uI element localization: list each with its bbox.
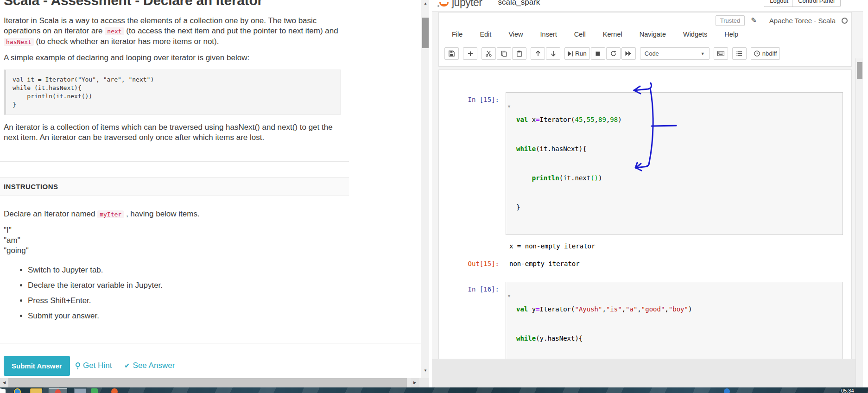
menu-navigate[interactable]: Navigate xyxy=(640,31,666,38)
iterator-note-paragraph: An iterator is a collection of items whi… xyxy=(4,122,349,143)
cell-type-dropdown[interactable]: Code▼ xyxy=(640,47,710,60)
move-cell-down-button[interactable] xyxy=(546,47,560,60)
jupyter-header: jupyter scala_spark Logout Control Panel xyxy=(432,0,863,12)
item-line: "I" xyxy=(4,225,349,235)
menu-bar: File Edit View Insert Cell Kernel Naviga… xyxy=(439,27,851,41)
kernel-name: Apache Toree - Scala xyxy=(769,17,836,25)
code-input[interactable]: ▼ val x=Iterator(45,55,89,98) while(it.h… xyxy=(506,92,843,235)
scroll-up-arrow[interactable]: ▲ xyxy=(421,0,430,7)
nbdiff-button[interactable]: nbdiff xyxy=(751,47,780,60)
menu-edit[interactable]: Edit xyxy=(480,31,491,38)
code-cell-16[interactable]: In [16]: ▼ val y=Iterator("Ayush","is","… xyxy=(439,282,851,359)
add-cell-button[interactable] xyxy=(463,47,477,60)
scroll-left-arrow[interactable]: ◀ xyxy=(0,378,8,387)
scrollbar-thumb[interactable] xyxy=(422,18,429,48)
inline-code-myiter: myIter xyxy=(97,210,124,218)
step-forward-icon xyxy=(568,51,573,57)
scroll-down-arrow[interactable]: ▼ xyxy=(421,367,430,374)
toolbar: Run Code▼ nbdiff xyxy=(439,41,851,60)
run-cell-button[interactable]: Run xyxy=(564,47,590,60)
run-label: Run xyxy=(575,50,587,57)
see-answer-link[interactable]: ✔See Answer xyxy=(124,361,175,370)
menu-kernel[interactable]: Kernel xyxy=(603,31,622,38)
output-result: non-empty iterator xyxy=(506,256,580,267)
copy-cell-button[interactable] xyxy=(497,47,511,60)
step-item: Declare the iterator variable in Jupyter… xyxy=(28,280,352,290)
refresh-icon xyxy=(610,51,616,57)
inline-code-hasnext: hasNext xyxy=(4,38,34,46)
stop-icon xyxy=(596,51,600,56)
toc-button[interactable] xyxy=(732,47,747,60)
submit-answer-button[interactable]: Submit Answer xyxy=(4,356,70,376)
logout-button[interactable]: Logout xyxy=(764,0,794,7)
code-line: println(it.next()) xyxy=(516,173,622,183)
stdout-text: x = non-empty iterator xyxy=(509,241,851,251)
cut-cell-button[interactable] xyxy=(482,47,496,60)
get-hint-link[interactable]: Get Hint xyxy=(76,361,112,370)
menu-view[interactable]: View xyxy=(508,31,523,38)
step-item: Press Shift+Enter. xyxy=(28,296,352,305)
floppy-icon xyxy=(449,51,455,57)
notebook-area: In [15]: ▼ val x=Iterator(45,55,89,98) w… xyxy=(438,70,852,359)
menubar-container: Trusted ✎ Apache Toree - Scala File Edit… xyxy=(438,12,852,67)
copy-icon xyxy=(501,51,507,57)
fast-forward-icon xyxy=(625,51,632,56)
scroll-right-arrow[interactable]: ▶ xyxy=(411,378,419,387)
menu-insert[interactable]: Insert xyxy=(540,31,557,38)
tray-app-icon[interactable] xyxy=(724,388,730,393)
code-input[interactable]: ▼ val y=Iterator("Ayush","is","a","good"… xyxy=(506,282,843,359)
cell-type-value: Code xyxy=(645,50,659,57)
file-explorer-icon[interactable] xyxy=(30,388,42,393)
notebook-scrollbar-thumb[interactable] xyxy=(857,62,862,79)
arrow-up-icon xyxy=(535,51,541,57)
edit-pencil-icon[interactable]: ✎ xyxy=(751,16,757,25)
arrow-down-icon xyxy=(551,51,556,57)
notebook-scrollbar[interactable] xyxy=(855,58,863,387)
example-lead-paragraph: A simple example of declaring and loopin… xyxy=(4,53,349,63)
restart-kernel-button[interactable] xyxy=(606,47,621,60)
menu-file[interactable]: File xyxy=(452,31,463,38)
orange-app-icon[interactable] xyxy=(111,388,118,393)
keyboard-icon xyxy=(717,51,724,56)
green-app-icon[interactable] xyxy=(91,388,98,393)
interrupt-kernel-button[interactable] xyxy=(591,47,605,60)
jupyter-logo-icon[interactable] xyxy=(438,0,450,7)
internet-explorer-icon[interactable] xyxy=(14,388,21,393)
intro-text: (to check whether an iterator has more i… xyxy=(34,37,219,46)
fold-arrow-icon[interactable]: ▼ xyxy=(507,104,511,109)
control-panel-button[interactable]: Control Panel xyxy=(792,0,841,7)
intro-text: (to access the next item and put the poi… xyxy=(124,26,338,35)
input-prompt: In [16]: xyxy=(439,282,506,359)
move-cell-up-button[interactable] xyxy=(531,47,545,60)
active-app-button[interactable] xyxy=(49,388,67,393)
start-button[interactable] xyxy=(0,388,6,393)
intro-paragraph: Iterator in Scala is a way to access the… xyxy=(4,16,349,47)
lightbulb-icon xyxy=(76,362,80,367)
save-button[interactable] xyxy=(444,47,459,60)
taskbar-clock: 05:34 xyxy=(841,388,854,393)
hscrollbar-thumb[interactable] xyxy=(8,378,407,387)
lesson-horizontal-scrollbar[interactable]: ◀ ▶ xyxy=(0,378,429,387)
step-item: Submit your answer. xyxy=(28,311,352,321)
code-line: val y=Iterator("Ayush","is","a","good","… xyxy=(516,304,692,314)
menu-help[interactable]: Help xyxy=(724,31,738,38)
code-line: val x=Iterator(45,55,89,98) xyxy=(516,115,622,125)
command-palette-button[interactable] xyxy=(714,47,728,60)
paste-cell-button[interactable] xyxy=(512,47,526,60)
media-app-icon[interactable] xyxy=(74,388,86,393)
chevron-down-icon: ▼ xyxy=(701,51,705,56)
fold-arrow-icon[interactable]: ▼ xyxy=(507,294,511,298)
page-title: Scala - Assessment - Declare an Iterator xyxy=(4,0,349,8)
code-cell-15[interactable]: In [15]: ▼ val x=Iterator(45,55,89,98) w… xyxy=(439,92,851,267)
kernel-status-icon xyxy=(842,18,848,24)
windows-taskbar: 05:34 xyxy=(0,387,868,393)
lesson-panel: Scala - Assessment - Declare an Iterator… xyxy=(0,0,421,378)
item-line: "going" xyxy=(4,246,349,256)
restart-run-all-button[interactable] xyxy=(621,47,636,60)
menu-cell[interactable]: Cell xyxy=(574,31,586,38)
menu-widgets[interactable]: Widgets xyxy=(683,31,707,38)
cell-gutter: ▼ xyxy=(506,93,513,235)
notebook-title[interactable]: scala_spark xyxy=(498,0,540,7)
code-line: while(y.hasNext){ xyxy=(516,334,692,343)
lesson-vertical-scrollbar[interactable]: ▲ ▼ xyxy=(421,0,429,378)
